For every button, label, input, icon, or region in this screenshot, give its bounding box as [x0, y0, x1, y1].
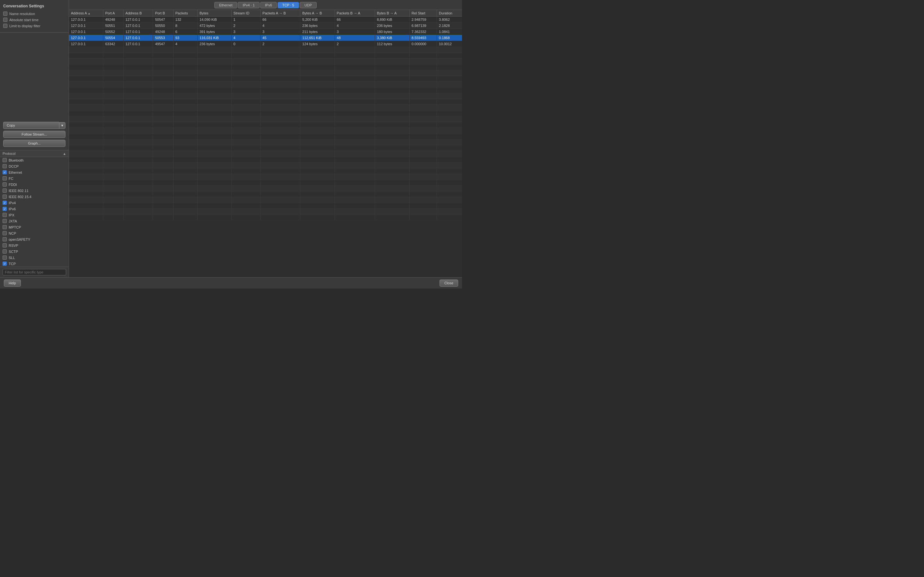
- col-header-bytes-a-b[interactable]: Bytes A → B: [300, 10, 334, 17]
- limit-display-checkbox[interactable]: [3, 24, 7, 28]
- protocol-checkbox-sctp[interactable]: [3, 250, 7, 253]
- close-button[interactable]: Close: [439, 279, 458, 287]
- protocol-item-ieee80211[interactable]: IEEE 802.11: [0, 187, 69, 193]
- col-header-packets-a-b[interactable]: Packets A → B: [260, 10, 300, 17]
- protocol-checkbox-tcp[interactable]: [3, 261, 7, 266]
- follow-stream-button[interactable]: Follow Stream...: [3, 131, 65, 138]
- col-header-bytes[interactable]: Bytes: [198, 10, 232, 17]
- empty-cell: [437, 105, 462, 111]
- copy-dropdown-button[interactable]: ▼: [59, 122, 65, 129]
- col-header-stream-id[interactable]: Stream ID: [231, 10, 260, 17]
- protocol-item-jxta[interactable]: JXTA: [0, 218, 69, 224]
- empty-cell: [103, 111, 124, 116]
- tab-ethernet[interactable]: Ethernet: [214, 2, 237, 8]
- cell-2-5: 391 bytes: [198, 29, 232, 35]
- empty-cell: [409, 70, 437, 76]
- protocol-checkbox-fc[interactable]: [3, 176, 7, 181]
- checkbox-limit-display[interactable]: Limit to display filter: [3, 24, 65, 28]
- empty-cell: [437, 214, 462, 220]
- protocol-item-sctp[interactable]: SCTP: [0, 248, 69, 255]
- protocol-item-tcp[interactable]: TCP: [0, 261, 69, 267]
- col-header-port-a[interactable]: Port A: [103, 10, 124, 17]
- protocol-item-rsvp[interactable]: RSVP: [0, 242, 69, 248]
- empty-cell: [69, 47, 103, 53]
- protocol-item-opensafety[interactable]: openSAFETY: [0, 236, 69, 242]
- protocol-checkbox-ipx[interactable]: [3, 213, 7, 217]
- col-header-bytes-b-a[interactable]: Bytes B → A: [375, 10, 409, 17]
- help-button[interactable]: Help: [4, 279, 21, 287]
- filter-input[interactable]: [3, 269, 66, 276]
- protocol-item-bluetooth[interactable]: Bluetooth: [0, 157, 69, 163]
- protocol-checkbox-fddi[interactable]: [3, 182, 7, 187]
- col-header-rel-start[interactable]: Rel Start: [409, 10, 437, 17]
- protocol-checkbox-ethernet[interactable]: [3, 170, 7, 174]
- empty-cell: [198, 157, 232, 163]
- protocol-checkbox-mptcp[interactable]: [3, 225, 7, 229]
- table-row[interactable]: 127.0.0.163342127.0.0.1495474236 bytes02…: [69, 41, 462, 47]
- empty-cell: [409, 151, 437, 157]
- table-row[interactable]: 127.0.0.150554127.0.0.15055393116,031 Ki…: [69, 35, 462, 41]
- protocol-checkbox-ipv4[interactable]: [3, 201, 7, 205]
- graph-button[interactable]: Graph...: [3, 140, 65, 147]
- empty-cell: [409, 163, 437, 168]
- protocol-item-ipv4[interactable]: IPv4: [0, 200, 69, 206]
- protocol-checkbox-opensafety[interactable]: [3, 237, 7, 242]
- col-header-duration[interactable]: Duration: [437, 10, 462, 17]
- protocol-item-ncp[interactable]: NCP: [0, 230, 69, 236]
- protocol-item-ethernet[interactable]: Ethernet: [0, 169, 69, 175]
- empty-cell: [260, 99, 300, 105]
- protocol-checkbox-ncp[interactable]: [3, 231, 7, 235]
- empty-cell: [198, 70, 232, 76]
- empty-cell: [334, 59, 375, 64]
- empty-cell: [300, 209, 334, 214]
- empty-cell: [334, 180, 375, 185]
- protocol-item-ieee802154[interactable]: IEEE 802.15.4: [0, 193, 69, 200]
- empty-cell: [69, 53, 103, 59]
- protocol-checkbox-ipv6[interactable]: [3, 207, 7, 211]
- empty-cell: [409, 209, 437, 214]
- table-row[interactable]: 127.0.0.149248127.0.0.15054713214,090 Ki…: [69, 17, 462, 23]
- empty-cell: [409, 47, 437, 53]
- protocol-checkbox-rsvp[interactable]: [3, 243, 7, 247]
- table-row[interactable]: 127.0.0.150552127.0.0.1492486391 bytes33…: [69, 29, 462, 35]
- copy-button[interactable]: Copy: [3, 122, 59, 129]
- cell-1-8: 236 bytes: [300, 23, 334, 29]
- protocol-item-mptcp[interactable]: MPTCP: [0, 224, 69, 230]
- empty-cell: [260, 180, 300, 185]
- protocol-checkbox-bluetooth[interactable]: [3, 158, 7, 162]
- empty-cell: [198, 53, 232, 59]
- tab-ipv6[interactable]: IPv6: [260, 2, 277, 8]
- protocol-checkbox-ieee80211[interactable]: [3, 189, 7, 193]
- protocol-label-fddi: FDDI: [9, 183, 17, 187]
- col-header-address-b[interactable]: Address B: [124, 10, 153, 17]
- protocol-checkbox-jxta[interactable]: [3, 219, 7, 223]
- empty-cell: [437, 128, 462, 134]
- empty-cell: [409, 59, 437, 64]
- name-resolution-checkbox[interactable]: [3, 11, 7, 16]
- empty-cell: [231, 70, 260, 76]
- col-header-packets[interactable]: Packets: [173, 10, 197, 17]
- protocol-item-ipv6[interactable]: IPv6: [0, 206, 69, 212]
- protocol-item-fc[interactable]: FC: [0, 175, 69, 181]
- protocol-item-dccp[interactable]: DCCP: [0, 163, 69, 169]
- col-header-packets-b-a[interactable]: Packets B → A: [334, 10, 375, 17]
- protocol-item-sll[interactable]: SLL: [0, 255, 69, 261]
- col-header-port-b[interactable]: Port B: [153, 10, 173, 17]
- protocol-checkbox-dccp[interactable]: [3, 164, 7, 168]
- protocol-item-ipx[interactable]: IPX: [0, 212, 69, 218]
- table-container[interactable]: Address A▲Port AAddress BPort BPacketsBy…: [69, 10, 462, 277]
- tab-ipv4-1[interactable]: IPv4 · 1: [238, 2, 259, 8]
- checkbox-absolute-start-time[interactable]: Absolute start time: [3, 18, 65, 22]
- cell-0-10: 8,890 KiB: [375, 17, 409, 23]
- table-row[interactable]: 127.0.0.150551127.0.0.1505508472 bytes24…: [69, 23, 462, 29]
- protocol-item-fddi[interactable]: FDDI: [0, 181, 69, 187]
- tab-udp[interactable]: UDP: [300, 2, 317, 8]
- protocol-list[interactable]: BluetoothDCCPEthernetFCFDDIIEEE 802.11IE…: [0, 157, 69, 267]
- col-header-address-a[interactable]: Address A▲: [69, 10, 103, 17]
- tab-tcp-5[interactable]: TCP · 5: [278, 2, 299, 8]
- protocol-checkbox-sll[interactable]: [3, 255, 7, 259]
- protocol-checkbox-ieee802154[interactable]: [3, 195, 7, 199]
- checkbox-name-resolution[interactable]: Name resolution: [3, 11, 65, 16]
- empty-cell: [69, 151, 103, 157]
- absolute-start-time-checkbox[interactable]: [3, 18, 7, 22]
